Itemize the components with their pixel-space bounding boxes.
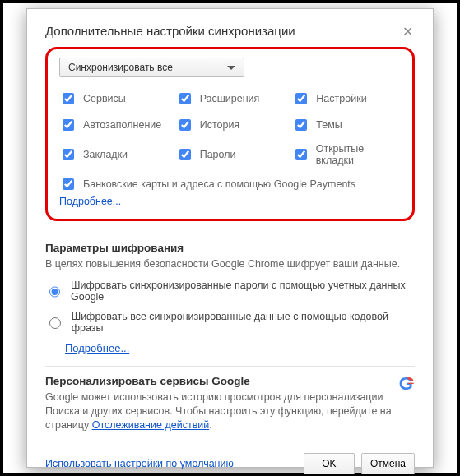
dialog-footer: Использовать настройки по умолчанию OK О… [45,441,415,474]
checkbox-settings[interactable]: Настройки [292,90,401,107]
checkbox-passwords-input[interactable] [179,149,191,160]
checkbox-autofill-input[interactable] [63,119,74,131]
checkbox-themes-input[interactable] [295,119,307,131]
radio-encrypt-passphrase[interactable] [49,317,61,329]
radio-encrypt-google[interactable] [49,286,60,298]
checkbox-bookmarks[interactable]: Закладки [59,143,168,166]
divider [45,366,415,367]
ok-button[interactable]: OK [304,453,355,474]
personalize-title: Персонализировать сервисы Google [45,375,415,387]
checkbox-settings-input[interactable] [295,93,307,104]
checkbox-history-input[interactable] [179,119,191,131]
checkbox-services[interactable]: Сервисы [59,90,168,107]
payments-learn-more-link[interactable]: Подробнее... [59,196,121,207]
personalize-desc: Google может использовать историю просмо… [45,391,415,432]
checkbox-services-input[interactable] [63,93,74,104]
close-icon[interactable]: ✕ [401,24,415,40]
activity-tracking-link[interactable]: Отслеживание действий [92,419,210,431]
checkbox-history[interactable]: История [176,117,285,133]
checkbox-passwords[interactable]: Пароли [176,143,285,166]
checkbox-autofill[interactable]: Автозаполнение [59,117,168,133]
divider [45,233,415,233]
sync-options-panel: Синхронизировать все Сервисы Расширения … [45,47,415,221]
reset-defaults-link[interactable]: Использовать настройки по умолчанию [45,458,234,469]
checkbox-open-tabs[interactable]: Открытые вкладки [292,143,401,166]
encryption-desc: В целях повышения безопасности Google Ch… [45,257,415,271]
checkbox-bookmarks-input[interactable] [63,149,74,160]
sync-settings-dialog: Дополнительные настройки синхронизации ✕… [26,8,434,468]
checkbox-payments[interactable]: Банковские карты и адреса с помощью Goog… [59,176,355,192]
checkbox-open-tabs-input[interactable] [295,149,306,160]
checkbox-themes[interactable]: Темы [292,117,401,133]
sync-mode-value: Синхронизировать все [68,62,173,73]
encryption-title: Параметры шифрования [45,242,415,254]
checkbox-extensions-input[interactable] [179,93,191,104]
chevron-down-icon [227,66,235,70]
sync-mode-dropdown[interactable]: Синхронизировать все [59,58,244,77]
radio-encrypt-google-label: Шифровать синхронизированные пароли с по… [71,280,415,303]
encryption-learn-more-link[interactable]: Подробнее... [65,342,129,354]
encryption-section: Параметры шифрования В целях повышения б… [45,242,415,354]
dialog-title: Дополнительные настройки синхронизации [45,24,295,38]
google-logo-icon: GG [399,373,415,395]
cancel-button[interactable]: Отмена [361,453,415,474]
personalize-section: GG Персонализировать сервисы Google Goog… [45,375,415,441]
checkbox-payments-input[interactable] [63,178,74,190]
checkbox-extensions[interactable]: Расширения [176,90,285,107]
radio-encrypt-passphrase-label: Шифровать все синхронизированные данные … [72,311,415,334]
